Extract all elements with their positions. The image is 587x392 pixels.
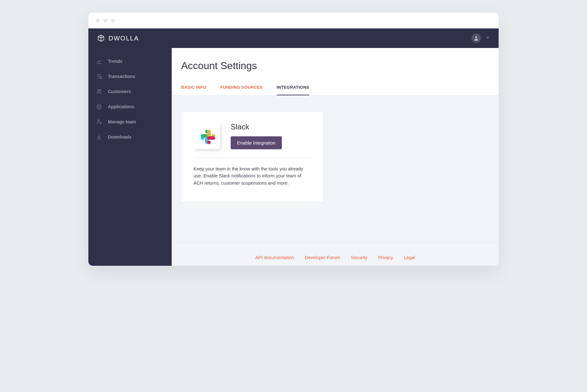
sidebar-item-transactions[interactable]: Transactions (88, 69, 172, 84)
dwolla-logo-icon (97, 34, 105, 42)
sidebar-item-manage-team[interactable]: Manage team (88, 114, 172, 129)
transactions-icon (96, 73, 102, 80)
sidebar-item-customers[interactable]: Customers (88, 84, 172, 99)
svg-point-8 (100, 122, 101, 124)
integration-card-slack: Slack Enable Integration Keep your team … (181, 111, 323, 202)
browser-frame: DWOLLA Trends Transactions (88, 13, 499, 266)
applications-icon (96, 104, 102, 110)
topbar: DWOLLA (88, 28, 499, 48)
user-menu[interactable] (471, 33, 490, 43)
integration-title: Slack (231, 122, 282, 131)
sidebar-item-label: Trends (108, 59, 122, 64)
svg-point-6 (100, 90, 101, 91)
svg-point-5 (98, 90, 99, 92)
footer-link-security[interactable]: Security (351, 255, 367, 260)
avatar (471, 33, 481, 43)
footer-link-privacy[interactable]: Privacy (378, 255, 393, 260)
traffic-light-dot (111, 19, 115, 22)
svg-point-7 (98, 120, 99, 122)
tab-funding-sources[interactable]: FUNDING SOURCES (220, 85, 263, 95)
browser-chrome (88, 13, 499, 28)
footer: API documentation Developer Forum Securi… (172, 242, 499, 266)
content-area: Slack Enable Integration Keep your team … (172, 96, 499, 242)
footer-link-legal[interactable]: Legal (404, 255, 415, 260)
integration-description: Keep your team in the know with the tool… (193, 165, 311, 187)
sidebar-item-label: Downloads (108, 134, 132, 140)
manage-team-icon (96, 119, 102, 125)
sidebar-item-applications[interactable]: Applications (88, 99, 172, 114)
sidebar-item-trends[interactable]: Trends (88, 54, 172, 69)
traffic-light-dot (96, 19, 100, 22)
main-content: Account Settings BASIC INFO FUNDING SOUR… (172, 48, 499, 266)
sidebar-item-downloads[interactable]: Downloads (88, 129, 172, 145)
brand-name: DWOLLA (109, 35, 139, 42)
sidebar: Trends Transactions Customers Applicatio… (88, 48, 172, 266)
svg-point-0 (475, 36, 477, 38)
page-title: Account Settings (181, 60, 489, 72)
footer-link-api-documentation[interactable]: API documentation (255, 255, 294, 260)
brand[interactable]: DWOLLA (97, 34, 139, 42)
chevron-down-icon (485, 35, 490, 41)
tab-basic-info[interactable]: BASIC INFO (181, 85, 206, 95)
sidebar-item-label: Manage team (108, 119, 136, 124)
sidebar-item-label: Transactions (108, 74, 135, 79)
downloads-icon (96, 134, 102, 140)
sidebar-item-label: Applications (108, 104, 134, 109)
sidebar-item-label: Customers (108, 89, 131, 94)
customers-icon (96, 88, 102, 95)
footer-link-developer-forum[interactable]: Developer Forum (305, 255, 340, 260)
page-header: Account Settings BASIC INFO FUNDING SOUR… (172, 48, 499, 96)
tab-integrations[interactable]: INTEGRATIONS (277, 85, 309, 95)
traffic-light-dot (104, 19, 107, 22)
tabs: BASIC INFO FUNDING SOURCES INTEGRATIONS (181, 85, 489, 95)
slack-logo-icon (193, 122, 220, 149)
trends-icon (96, 58, 102, 64)
svg-point-4 (100, 77, 102, 79)
footer-links: API documentation Developer Forum Securi… (181, 255, 489, 260)
enable-integration-button[interactable]: Enable Integration (231, 136, 282, 149)
